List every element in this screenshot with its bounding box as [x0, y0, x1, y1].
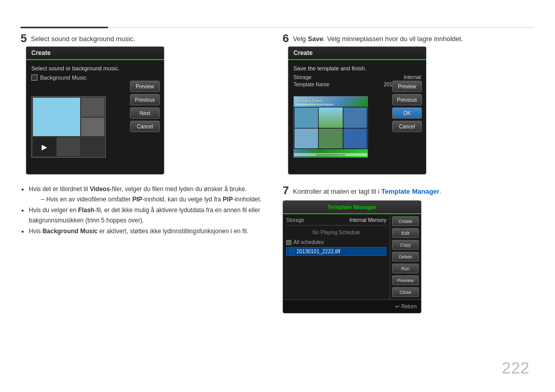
dialog1-previous-btn[interactable]: Previous: [130, 94, 160, 105]
tm-delete-btn[interactable]: Delete: [392, 252, 419, 262]
tm-storage-row: Storage Internal Memory: [286, 217, 386, 226]
tm-create-btn[interactable]: Create: [392, 216, 419, 226]
template-manager-panel: Template Manager Storage Internal Memory…: [283, 200, 421, 313]
tm-title: Template Manager: [327, 204, 377, 210]
step7-instruction: Kontroller at malen er lagt til i Templa…: [293, 188, 441, 195]
dialog2-storage-val: Internal: [404, 74, 421, 80]
tm-no-schedule: No Playing Schedule: [286, 228, 386, 237]
dialog2-template-name-key: Template Name: [293, 82, 329, 87]
step6-number: 6: [283, 32, 289, 45]
tm-all-schedules-row: ✓ All schedules: [286, 239, 386, 245]
step7-text-before: Kontroller at malen er lagt til i: [293, 188, 381, 195]
bullet-1: Hvis det er tilordnet til Videos-filer, …: [29, 184, 272, 205]
dialog1-body: Select sound or background music. Backgr…: [26, 60, 164, 174]
return-label: Return: [401, 304, 417, 309]
dialog1-title: Create: [31, 49, 50, 57]
dialog1-next-btn[interactable]: Next: [130, 107, 160, 119]
dialog2-body: Save the template and finish. Storage In…: [288, 60, 426, 174]
tm-file-checkbox: ✓: [289, 249, 294, 254]
line-dark: [21, 27, 108, 28]
tm-footer: ↩ Return: [283, 300, 421, 313]
step6-instruction: Velg Save. Velg minneplassen hvor du vil…: [293, 35, 463, 43]
dialog1-cancel-btn[interactable]: Cancel: [130, 121, 160, 132]
create-dialog-2: Create Save the template and finish. Sto…: [288, 46, 427, 175]
tm-right-buttons: Create Edit Copy Delete Run Preview Clos…: [390, 214, 421, 300]
step7-highlight: Template Manager: [381, 188, 439, 195]
dialog2-previous-btn[interactable]: Previous: [392, 94, 422, 105]
tm-copy-btn[interactable]: Copy: [392, 240, 419, 250]
top-decorative-lines: [21, 27, 534, 28]
background-music-label: Background Music: [40, 74, 87, 81]
tm-storage-value: Internal Memory: [349, 217, 386, 223]
return-icon: ↩: [395, 304, 399, 309]
dialog2-preview-btn[interactable]: Preview: [392, 81, 422, 92]
dialog2-storage-row: Storage Internal: [293, 74, 421, 80]
step5-number: 5: [21, 32, 27, 45]
dialog2-titlebar: Create: [288, 47, 426, 60]
page-number: 222: [502, 359, 529, 378]
tm-all-schedules-checkbox[interactable]: ✓: [286, 240, 291, 245]
tm-file-name: 20130101_2222.tllf: [297, 249, 340, 254]
preview-thumbnail-1: ▶: [31, 96, 106, 158]
tm-close-btn[interactable]: Close: [392, 287, 419, 297]
tm-run-btn[interactable]: Run: [392, 264, 419, 273]
travel-url: www.amazing-travel.com: [294, 153, 367, 156]
dialog1-titlebar: Create: [26, 47, 164, 60]
bullet-1-sub: Hvis en av videofilene omfatter PIP-innh…: [41, 194, 272, 204]
travel-title: Amazing Travel: [296, 99, 322, 102]
tm-preview-btn[interactable]: Preview: [392, 275, 419, 285]
step7-period: .: [439, 188, 441, 195]
dialog1-label: Select sound or background music.: [31, 65, 159, 71]
dialog2-save-label: Save the template and finish.: [293, 65, 421, 71]
background-music-checkbox[interactable]: [31, 74, 38, 81]
step5-instruction: Select sound or background music.: [31, 35, 135, 43]
tm-edit-btn[interactable]: Edit: [392, 228, 419, 238]
step7-number: 7: [283, 184, 289, 197]
dialog1-preview-btn[interactable]: Preview: [130, 81, 160, 92]
dialog2-title: Create: [293, 49, 312, 57]
tm-file-row[interactable]: ✓ 20130101_2222.tllf: [286, 247, 386, 256]
bullet-3: Hvis Background Music er aktivert, støtt…: [29, 226, 272, 236]
travel-preview-image: Amazing Travel Your professional travel …: [293, 96, 368, 158]
bullet-list: Hvis det er tilordnet til Videos-filer, …: [21, 184, 272, 236]
line-light: [108, 27, 534, 28]
dialog2-storage-key: Storage: [293, 74, 311, 80]
bullet-2: Hvis du velger en Flash-fil, er det ikke…: [29, 205, 272, 226]
tm-left-panel: Storage Internal Memory No Playing Sched…: [283, 214, 390, 300]
travel-subtitle: Your professional travel assistant: [296, 103, 334, 106]
tm-storage-label: Storage: [286, 217, 304, 223]
tm-titlebar: Template Manager: [283, 201, 421, 214]
background-music-checkbox-row: Background Music: [31, 74, 159, 81]
dialog2-cancel-btn[interactable]: Cancel: [392, 121, 422, 132]
dialog2-ok-btn[interactable]: OK: [392, 107, 422, 119]
tm-content: Storage Internal Memory No Playing Sched…: [283, 214, 421, 300]
create-dialog-1: Create Select sound or background music.…: [26, 46, 164, 175]
tm-all-schedules-label: All schedules: [293, 239, 324, 245]
